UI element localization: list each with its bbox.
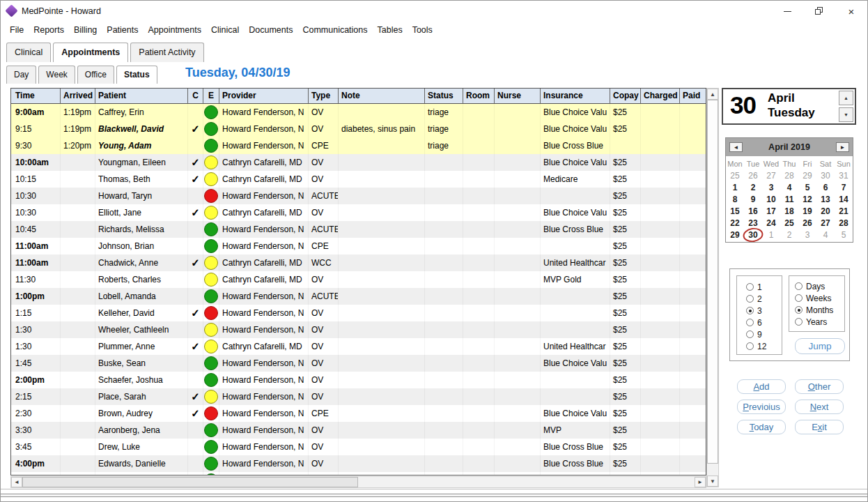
- interval-count-1[interactable]: 1: [746, 281, 782, 293]
- column-header-note[interactable]: Note: [339, 89, 425, 103]
- appointment-row[interactable]: 1:45Buske, SeanHoward Fenderson, NOVBlue…: [11, 355, 706, 372]
- calendar-day[interactable]: 25: [726, 169, 744, 181]
- date-down-button[interactable]: ▼: [839, 107, 853, 122]
- scroll-right-button[interactable]: ►: [695, 477, 706, 487]
- calendar-prev-button[interactable]: ◄: [729, 142, 743, 152]
- appointment-row[interactable]: 11:00amChadwick, Anne✓Cathryn Cafarelli,…: [11, 254, 706, 271]
- appointment-row[interactable]: 10:00amYoungman, Eileen✓Cathryn Cafarell…: [11, 154, 706, 171]
- interval-count-2[interactable]: 2: [746, 293, 782, 305]
- tab-appointments[interactable]: Appointments: [53, 43, 128, 62]
- calendar-day[interactable]: 29: [726, 229, 744, 241]
- calendar-day[interactable]: 27: [816, 217, 835, 229]
- minimize-button[interactable]: [771, 1, 803, 22]
- calendar-day[interactable]: 16: [744, 205, 762, 217]
- calendar-day[interactable]: 29: [798, 169, 816, 181]
- view-tab-week[interactable]: Week: [38, 66, 75, 84]
- tab-clinical[interactable]: Clinical: [6, 43, 51, 62]
- appointment-row[interactable]: 10:45Richards, MelissaHoward Fenderson, …: [11, 221, 706, 238]
- calendar-day[interactable]: 1: [726, 181, 744, 193]
- view-tab-status[interactable]: Status: [116, 66, 157, 84]
- previoius-button[interactable]: Previoius: [737, 400, 786, 414]
- calendar-day[interactable]: 26: [744, 169, 762, 181]
- interval-count-9[interactable]: 9: [746, 328, 782, 340]
- menu-item-reports[interactable]: Reports: [29, 24, 69, 38]
- next-button[interactable]: Next: [795, 400, 844, 414]
- appointment-row[interactable]: 10:15Thomas, Beth✓Cathryn Cafarelli, MDO…: [11, 171, 706, 188]
- column-header-insurance[interactable]: Insurance: [541, 89, 610, 103]
- calendar-day[interactable]: 27: [762, 169, 780, 181]
- menu-item-documents[interactable]: Documents: [244, 24, 297, 38]
- tab-patient-activity[interactable]: Patient Activity: [130, 43, 203, 62]
- column-header-status[interactable]: Status: [425, 89, 463, 103]
- calendar-day[interactable]: 28: [780, 169, 798, 181]
- calendar-day[interactable]: 13: [816, 193, 835, 205]
- appointment-row[interactable]: 11:30Roberts, CharlesCathryn Cafarelli, …: [11, 271, 706, 288]
- interval-count-3[interactable]: 3: [746, 305, 782, 317]
- interval-count-6[interactable]: 6: [746, 317, 782, 328]
- calendar-day[interactable]: 2: [744, 181, 762, 193]
- calendar-day[interactable]: 8: [726, 193, 744, 205]
- appointment-row[interactable]: 9:00am1:19pmCaffrey, ErinHoward Fenderso…: [11, 104, 706, 121]
- interval-unit-weeks[interactable]: Weeks: [795, 292, 844, 304]
- menu-item-clinical[interactable]: Clinical: [206, 24, 244, 38]
- calendar-day[interactable]: 4: [816, 229, 835, 241]
- column-header-e[interactable]: E: [203, 89, 219, 103]
- interval-unit-years[interactable]: Years: [795, 316, 844, 328]
- calendar-day[interactable]: 3: [798, 229, 816, 241]
- calendar-day[interactable]: 3: [762, 181, 780, 193]
- column-header-patient[interactable]: Patient: [95, 89, 188, 103]
- appointment-row[interactable]: 10:30Elliott, Jane✓Cathryn Cafarelli, MD…: [11, 204, 706, 221]
- date-up-button[interactable]: ▲: [839, 91, 853, 105]
- calendar-day[interactable]: 30: [816, 169, 835, 181]
- calendar-day[interactable]: 9: [744, 193, 762, 205]
- appointment-row[interactable]: 4:00pmEdwards, DanielleHoward Fenderson,…: [11, 455, 706, 472]
- calendar-day[interactable]: 5: [835, 229, 853, 241]
- calendar-day[interactable]: 2: [780, 229, 798, 241]
- calendar-day-selected[interactable]: 30: [744, 229, 762, 241]
- column-header-provider[interactable]: Provider: [219, 89, 309, 103]
- interval-count-12[interactable]: 12: [746, 340, 782, 352]
- appointment-row[interactable]: 1:00pmLobell, AmandaHoward Fenderson, NA…: [11, 288, 706, 305]
- calendar-day[interactable]: 19: [798, 205, 816, 217]
- vertical-scroll-thumb[interactable]: [707, 100, 718, 464]
- horizontal-scrollbar[interactable]: ◄ ►: [10, 476, 706, 488]
- calendar-day[interactable]: 24: [762, 217, 780, 229]
- calendar-day[interactable]: 1: [762, 229, 780, 241]
- add-button[interactable]: Add: [737, 379, 786, 394]
- column-header-paid[interactable]: Paid: [680, 89, 704, 103]
- appointment-row[interactable]: 2:30Brown, Audrey✓Howard Fenderson, NCPE…: [11, 405, 706, 422]
- appointment-row[interactable]: 10:30Howard, TarynHoward Fenderson, NACU…: [11, 188, 706, 204]
- appointment-row[interactable]: 9:301:20pmYoung, AdamHoward Fenderson, N…: [11, 137, 706, 154]
- column-header-nurse[interactable]: Nurse: [495, 89, 541, 103]
- column-header-room[interactable]: Room: [463, 89, 495, 103]
- calendar-day[interactable]: 4: [780, 181, 798, 193]
- appointment-row[interactable]: 3:45Drew, LukeHoward Fenderson, NOVBlue …: [11, 439, 706, 455]
- calendar-day[interactable]: 31: [835, 169, 853, 181]
- vertical-scrollbar[interactable]: ▲ ▼: [706, 88, 719, 487]
- scroll-left-button[interactable]: ◄: [11, 477, 22, 487]
- menu-item-communications[interactable]: Communications: [297, 24, 372, 38]
- exit-button[interactable]: Exit: [795, 420, 844, 434]
- appointment-row[interactable]: [11, 472, 706, 476]
- calendar-day[interactable]: 20: [816, 205, 835, 217]
- column-header-arrived[interactable]: Arrived: [61, 89, 95, 103]
- column-header-c[interactable]: C: [188, 89, 203, 103]
- calendar-day[interactable]: 22: [726, 217, 744, 229]
- appointment-row[interactable]: 1:30Plummer, Anne✓Cathryn Cafarelli, MDO…: [11, 338, 706, 355]
- column-header-type[interactable]: Type: [309, 89, 339, 103]
- calendar-day[interactable]: 5: [798, 181, 816, 193]
- appointment-row[interactable]: 1:15Kelleher, David✓Howard Fenderson, NO…: [11, 305, 706, 321]
- appointment-row[interactable]: 11:00amJohnson, BrianHoward Fenderson, N…: [11, 238, 706, 254]
- calendar-day[interactable]: 11: [780, 193, 798, 205]
- appointment-row[interactable]: 2:15Place, Sarah✓Howard Fenderson, NOV$2…: [11, 388, 706, 405]
- calendar-day[interactable]: 23: [744, 217, 762, 229]
- calendar-day[interactable]: 17: [762, 205, 780, 217]
- calendar-next-button[interactable]: ►: [836, 142, 849, 152]
- view-tab-office[interactable]: Office: [77, 66, 114, 84]
- interval-unit-months[interactable]: Months: [795, 304, 844, 316]
- calendar-day[interactable]: 10: [762, 193, 780, 205]
- calendar-day[interactable]: 6: [816, 181, 835, 193]
- scroll-up-button[interactable]: ▲: [707, 89, 718, 100]
- other-button[interactable]: Other: [795, 379, 844, 394]
- appointment-row[interactable]: 9:151:19pmBlackwell, David✓Howard Fender…: [11, 121, 706, 137]
